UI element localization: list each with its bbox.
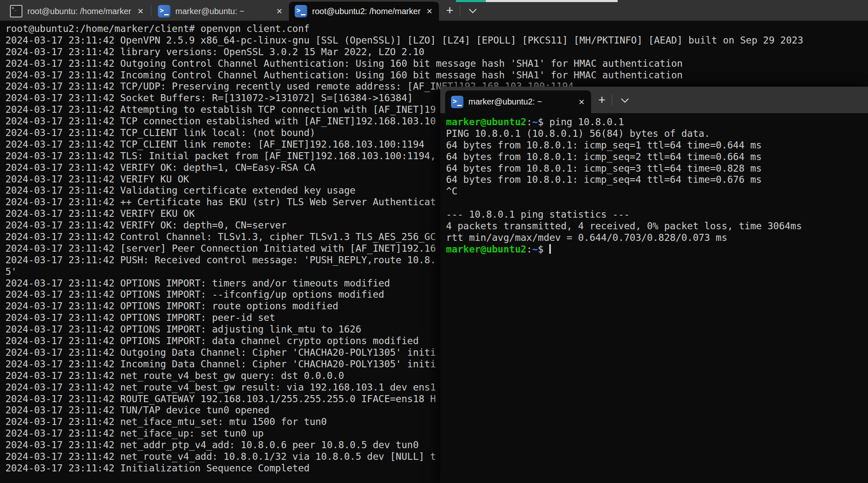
- close-tab-icon[interactable]: ×: [274, 6, 285, 16]
- overlay-new-tab-button[interactable]: +: [594, 92, 610, 108]
- terminal-line: marker@ubuntu2:~$: [446, 244, 868, 255]
- terminal-line: 64 bytes from 10.8.0.1: icmp_seq=4 ttl=6…: [446, 174, 868, 186]
- tab-bar-divider: [612, 95, 612, 105]
- close-tab-icon[interactable]: ×: [576, 97, 587, 107]
- close-tab-icon[interactable]: ×: [135, 6, 146, 16]
- terminal-line: PING 10.8.0.1 (10.8.0.1) 56(84) bytes of…: [446, 128, 868, 140]
- tab-divider: [151, 5, 151, 16]
- powershell-icon: >: [295, 5, 307, 17]
- overlay-tab-0[interactable]: >marker@ubuntu2: ~×: [445, 90, 591, 113]
- tab-bar-divider: [460, 5, 460, 16]
- terminal-line: 2024-03-17 23:11:42 library versions: Op…: [5, 46, 868, 58]
- terminal-line: 64 bytes from 10.8.0.1: icmp_seq=3 ttl=6…: [446, 163, 868, 175]
- main-tab-bar: >_root@ubuntu: /home/marker×>marker@ubun…: [0, 0, 868, 21]
- linux-terminal-icon: >_: [10, 5, 22, 17]
- terminal-line: [446, 197, 868, 209]
- background-window-edge-light: [486, 0, 618, 2]
- tab-title: root@ubuntu: /home/marker: [27, 7, 132, 16]
- close-tab-icon[interactable]: ×: [424, 6, 435, 16]
- terminal-line: 2024-03-17 23:11:42 OpenVPN 2.5.9 x86_64…: [5, 35, 868, 46]
- terminal-line: rtt min/avg/max/mdev = 0.644/0.703/0.828…: [446, 232, 868, 244]
- powershell-icon: >: [451, 96, 463, 108]
- terminal-line: 2024-03-17 23:11:42 Outgoing Control Cha…: [5, 58, 868, 70]
- main-tab-2[interactable]: >root@ubuntu2: /home/marker×: [289, 2, 439, 21]
- chevron-down-icon: [621, 95, 628, 102]
- tab-title: root@ubuntu2: /home/marker: [312, 7, 421, 16]
- background-window-edge-teal: [456, 0, 486, 2]
- text-cursor: [549, 244, 551, 254]
- new-tab-button[interactable]: +: [441, 2, 458, 19]
- terminal-line: --- 10.8.0.1 ping statistics ---: [446, 209, 868, 221]
- tab-title: marker@ubuntu: ~: [175, 7, 271, 16]
- terminal-line: 4 packets transmitted, 4 received, 0% pa…: [446, 221, 868, 232]
- main-tab-0[interactable]: >_root@ubuntu: /home/marker×: [4, 2, 150, 21]
- terminal-line: marker@ubuntu2:~$ ping 10.8.0.1: [446, 117, 868, 128]
- main-tab-1[interactable]: >marker@ubuntu: ~×: [152, 2, 289, 21]
- tab-title: marker@ubuntu2: ~: [468, 97, 573, 107]
- chevron-down-icon: [469, 5, 476, 13]
- overlay-tab-dropdown-button[interactable]: [616, 92, 633, 108]
- terminal-line: 64 bytes from 10.8.0.1: icmp_seq=2 ttl=6…: [446, 151, 868, 163]
- terminal-window-overlay: >marker@ubuntu2: ~× + marker@ubuntu2:~$ …: [440, 87, 868, 483]
- powershell-icon: >: [158, 5, 170, 17]
- terminal-line: ^C: [446, 186, 868, 197]
- overlay-tab-strip: >marker@ubuntu2: ~×: [445, 87, 591, 113]
- overlay-terminal-output[interactable]: marker@ubuntu2:~$ ping 10.8.0.1PING 10.8…: [446, 117, 868, 483]
- tab-dropdown-button[interactable]: [464, 2, 481, 19]
- terminal-line: root@ubuntu2:/home/marker/client# openvp…: [5, 23, 868, 35]
- terminal-line: 64 bytes from 10.8.0.1: icmp_seq=1 ttl=6…: [446, 140, 868, 151]
- terminal-line: 2024-03-17 23:11:42 Incoming Control Cha…: [5, 70, 868, 81]
- overlay-tab-bar: >marker@ubuntu2: ~× +: [440, 87, 868, 113]
- screen: >_root@ubuntu: /home/marker×>marker@ubun…: [0, 0, 868, 483]
- main-tab-strip: >_root@ubuntu: /home/marker×>marker@ubun…: [4, 0, 439, 21]
